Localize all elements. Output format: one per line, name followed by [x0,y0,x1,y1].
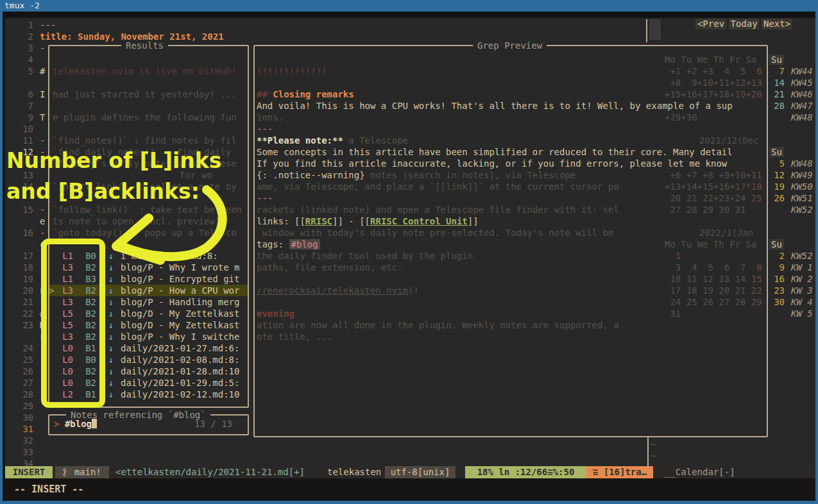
calendar-week-number: KW51 [791,192,813,204]
calendar-week-number: KW 3 [791,285,813,296]
gutter-line-number: 25 [5,354,33,365]
empty-line-tilde: ~ [651,450,656,462]
text-cursor [92,419,97,428]
gutter-line-number: 7 [5,100,33,112]
calendar-sunday-date[interactable]: 7 [769,65,785,77]
calendar-week-number: KW 5 [791,308,813,319]
gutter-line-number: 23 [5,319,33,331]
calendar-sunday-date[interactable]: 16 [769,273,785,285]
calendar-week-number: KW 1 [791,262,813,273]
calendar-sunday-header-label: Su [769,55,784,65]
gutter-line-number: 16 [5,227,33,239]
tmux-title-label: tmux -2 [4,1,40,10]
calendar-week-number: KW52 [791,204,813,215]
prompt-query: #blog [65,419,92,429]
calendar-week-number: KW49 [791,169,813,181]
gutter-line-number: 33 [5,446,33,458]
gutter-line-number: 29 [5,400,33,412]
calendar-week-number: KW45 [791,77,813,88]
gutter-line-number: 19 [5,273,33,285]
tmux-titlebar: tmux -2 [0,0,818,12]
empty-line-tilde: ~ [651,439,656,450]
calendar-sunday-date[interactable]: 14 [769,77,785,88]
calendar-week-number: KW50 [791,181,813,192]
gutter-mark: # [40,65,45,77]
gutter-mark: T [40,112,45,123]
git-branch-segment: main! [55,466,109,478]
calendar-week-number: KW 2 [791,273,813,285]
gutter-mark: I [40,88,45,100]
position-segment: 18% ln :12/66≡%:50 [465,466,586,478]
window-separator-top [646,19,647,42]
git-branch-label: main! [74,467,101,477]
buffer-line: --- [40,19,56,31]
gutter-line-number: 31 [5,423,33,435]
gutter-line-number: 22 [5,308,33,319]
annotation-highlight-box [41,239,105,408]
gutter-line-number: 26 [5,365,33,377]
gutter-mark: - [40,227,45,239]
gutter-line-number: 21 [5,296,33,308]
gutter-line-number: 27 [5,377,33,389]
encoding-segment: utf-8[unix] [385,466,456,478]
mode-message: -- INSERT -- [14,483,83,495]
mode-indicator: INSERT [5,466,53,478]
calendar-sunday-date[interactable]: 28 [769,100,785,112]
calendar-sunday-date[interactable]: 19 [769,181,785,192]
gutter-line-number: 18 [5,262,33,273]
calendar-sunday-header: Su [769,146,784,158]
calendar-sunday-date[interactable]: 21 [769,88,785,100]
prompt-panel: Notes referencing `#blog` > #blog 13 / 1… [48,414,249,435]
calendar-week-number: KW48 [791,158,813,169]
calendar-sunday-date[interactable]: 12 [769,169,785,181]
calendar-prev-button[interactable]: <Prev [695,19,726,29]
calendar-sunday-date[interactable]: 26 [769,192,785,204]
calendar-week-number: KW46 [791,88,813,100]
gutter-mark: e [40,215,45,227]
gutter-line-number: 9 [5,112,33,123]
gutter-line-number: 4 [5,54,33,65]
calendar-sunday-header: Su [769,239,784,250]
calendar-sunday-date[interactable]: 9 [769,262,785,273]
gutter-mark: - [40,42,45,54]
gutter-line-number: 6 [5,88,33,100]
plugin-name: telekasten [327,466,381,478]
window-separator-bottom [647,437,649,466]
calendar-sunday-date[interactable]: 30 [769,296,785,308]
calendar-gutter-block [649,19,661,40]
gutter-mark: - [40,135,45,146]
gutter-line-number: 15 [5,204,33,215]
grep-preview-title: Grep Preview [473,40,547,51]
calendar-next-button[interactable]: Next> [762,19,792,29]
prompt-input[interactable]: > #blog [54,418,97,430]
gutter-line-number: 1 [5,19,33,31]
annotation-arrow [96,180,244,276]
calendar-sunday-date[interactable]: 2 [769,250,785,262]
gutter-mark: - [40,204,45,215]
gutter-line-number: 32 [5,435,33,446]
prompt-caret: > [54,419,59,429]
calendar-week-number: KW48 [791,112,813,123]
git-branch-icon [63,467,69,477]
statusline: INSERT main! <ettelkasten/daily/2021-11-… [5,466,815,478]
calendar-today-button[interactable]: Today [729,19,759,29]
calendar-week-number: KW52 [791,250,813,262]
result-counter: 13 / 13 [194,418,232,430]
gutter-line-number: 2 [5,31,33,42]
calendar-sunday-date[interactable]: 5 [769,158,785,169]
gutter-line-number: 5 [5,65,33,77]
command-line-area: -- INSERT -- [5,478,815,501]
grep-preview-panel: Grep Preview [253,45,768,437]
calendar-week-number: KW44 [791,65,813,77]
annotation-text-line1: Number of [L]inks [6,155,221,167]
gutter-line-number: 20 [5,285,33,296]
calendar-sunday-header-label: Su [769,239,784,249]
gutter-line-number: 3 [5,42,33,54]
calendar-sunday-header-label: Su [769,147,784,157]
calendar-sunday-date[interactable]: 23 [769,285,785,296]
gutter-line-number: 30 [5,412,33,423]
terminal-screen: tmux -2 12345679101112131415161718192021… [0,0,818,504]
results-panel-title: Results [121,40,168,51]
gutter-line-number: 17 [5,250,33,262]
gutter-line-number: 10 [5,123,33,135]
